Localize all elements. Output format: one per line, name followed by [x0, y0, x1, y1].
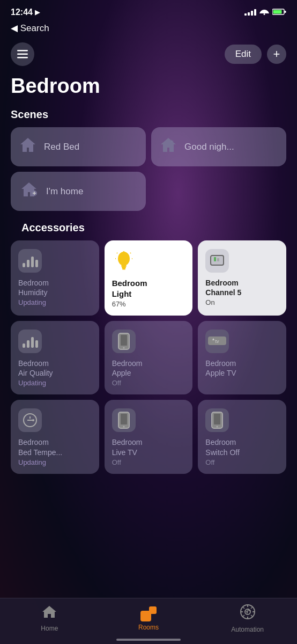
scenes-section: Scenes Red Bed	[0, 108, 297, 211]
scenes-scroll: Red Bed ★ Good nigh...	[0, 127, 297, 211]
battery-icon	[272, 8, 286, 17]
automation-tab-icon	[240, 604, 256, 624]
apple-tv-icon: tv	[205, 330, 229, 353]
live-tv-name: BedroomLive TV	[112, 437, 143, 457]
svg-rect-4	[17, 54, 28, 55]
svg-point-36	[217, 426, 218, 428]
home-indicator	[116, 639, 181, 641]
channel5-name: BedroomChannel 5	[205, 278, 241, 297]
svg-point-33	[123, 426, 124, 428]
light-name: BedroomLight	[112, 278, 147, 299]
svg-line-16	[130, 253, 131, 253]
scenes-row-1: Red Bed ★ Good nigh...	[11, 127, 286, 166]
live-tv-icon	[112, 408, 136, 432]
svg-text:★: ★	[169, 138, 174, 144]
accessory-bedroom-channel5[interactable]: BedroomChannel 5 On	[198, 240, 286, 316]
status-bar: 12:44 ▶	[0, 0, 297, 20]
scene-im-home[interactable]: I'm home	[11, 172, 146, 211]
accessory-bedroom-humidity[interactable]: BedroomHumidity Updating	[11, 240, 99, 316]
live-tv-status: Off	[112, 458, 121, 466]
svg-rect-13	[122, 268, 125, 270]
light-status: 67%	[112, 300, 126, 308]
tab-automation[interactable]: Automation	[198, 604, 297, 633]
accessory-bedroom-live-tv[interactable]: BedroomLive TV Off	[105, 400, 193, 473]
air-quality-status: Updating	[18, 379, 46, 387]
scenes-grid: Red Bed ★ Good nigh...	[11, 127, 286, 211]
accessory-bedroom-air-quality[interactable]: BedroomAir Quality Updating	[11, 321, 99, 394]
tab-rooms[interactable]: Rooms	[99, 606, 198, 631]
scenes-label: Scenes	[0, 108, 297, 127]
svg-point-10	[118, 252, 130, 266]
page-title: Bedroom	[0, 75, 297, 108]
apple-phone-icon	[112, 330, 136, 353]
svg-line-15	[117, 253, 117, 253]
apple-status: Off	[112, 379, 121, 387]
tab-bar: Home Rooms Automation	[0, 598, 297, 644]
back-label[interactable]: ◀ Search	[11, 23, 49, 34]
accessory-bedroom-light[interactable]: BedroomLight 67%	[105, 240, 193, 316]
apple-tv-name: BedroomApple TV	[205, 358, 236, 378]
tab-home[interactable]: Home	[0, 605, 99, 632]
nav-back[interactable]: ◀ Search	[0, 20, 297, 38]
scene-good-night[interactable]: ★ Good nigh...	[151, 127, 286, 166]
scene-im-home-icon	[19, 181, 39, 201]
scene-good-night-label: Good nigh...	[184, 142, 234, 152]
add-button[interactable]: +	[267, 45, 286, 64]
svg-rect-20	[214, 257, 216, 261]
svg-text:tv: tv	[216, 339, 220, 344]
light-icon	[112, 249, 136, 273]
svg-point-29	[32, 419, 34, 421]
air-quality-name: BedroomAir Quality	[18, 358, 53, 378]
rooms-tab-icon	[140, 606, 157, 621]
status-icons	[244, 8, 286, 17]
toolbar: Edit +	[0, 38, 297, 75]
location-icon: ▶	[35, 9, 40, 16]
time-display: 12:44	[11, 8, 33, 17]
humidity-status: Updating	[18, 298, 46, 306]
scene-im-home-label: I'm home	[46, 186, 83, 197]
scene-home-icon	[19, 137, 36, 157]
scene-red-bed-label: Red Bed	[44, 142, 79, 152]
svg-rect-2	[285, 11, 286, 13]
accessories-label: Accessories	[11, 222, 286, 240]
wifi-icon	[259, 8, 269, 17]
home-tab-label: Home	[41, 625, 58, 632]
air-quality-icon	[18, 330, 42, 353]
svg-rect-23	[121, 335, 127, 346]
svg-rect-32	[121, 414, 127, 425]
home-tab-icon	[42, 605, 57, 623]
accessory-bedroom-apple-tv[interactable]: tv BedroomApple TV	[198, 321, 286, 394]
accessory-bedroom-bed-temp[interactable]: BedroomBed Tempe... Updating	[11, 400, 99, 473]
scene-red-bed[interactable]: Red Bed	[11, 127, 146, 166]
apple-name: BedroomApple	[112, 358, 143, 378]
menu-button[interactable]	[11, 42, 34, 66]
signal-icon	[244, 9, 256, 16]
accessories-grid: BedroomHumidity Updating	[11, 240, 286, 474]
status-time: 12:44 ▶	[11, 8, 40, 17]
svg-point-24	[123, 347, 124, 349]
svg-rect-35	[214, 414, 220, 425]
accessory-bedroom-apple[interactable]: BedroomApple Off	[105, 321, 193, 394]
accessory-bedroom-switch-off[interactable]: BedroomSwitch Off Off	[198, 400, 286, 473]
bed-temp-status: Updating	[18, 458, 46, 466]
humidity-icon	[18, 249, 42, 273]
scene-moon-icon: ★	[160, 137, 177, 157]
humidity-name: BedroomHumidity	[18, 278, 49, 297]
svg-rect-5	[17, 57, 28, 58]
switch-off-name: BedroomSwitch Off	[205, 437, 240, 457]
switch-off-status: Off	[205, 458, 214, 466]
bed-temp-icon	[18, 408, 42, 432]
edit-button[interactable]: Edit	[225, 45, 262, 64]
channel5-status: On	[205, 298, 214, 306]
bed-temp-name: BedroomBed Tempe...	[18, 437, 62, 457]
accessories-section: Accessories BedroomHumidity Updating	[0, 211, 297, 474]
rooms-tab-label: Rooms	[138, 624, 159, 631]
scenes-row-2: I'm home	[11, 172, 286, 211]
channel5-icon	[205, 249, 229, 273]
switch-off-icon	[205, 408, 229, 432]
automation-tab-label: Automation	[231, 626, 264, 633]
svg-rect-11	[121, 265, 127, 267]
svg-rect-1	[273, 10, 282, 13]
toolbar-right: Edit +	[225, 45, 286, 64]
svg-rect-21	[217, 258, 219, 261]
